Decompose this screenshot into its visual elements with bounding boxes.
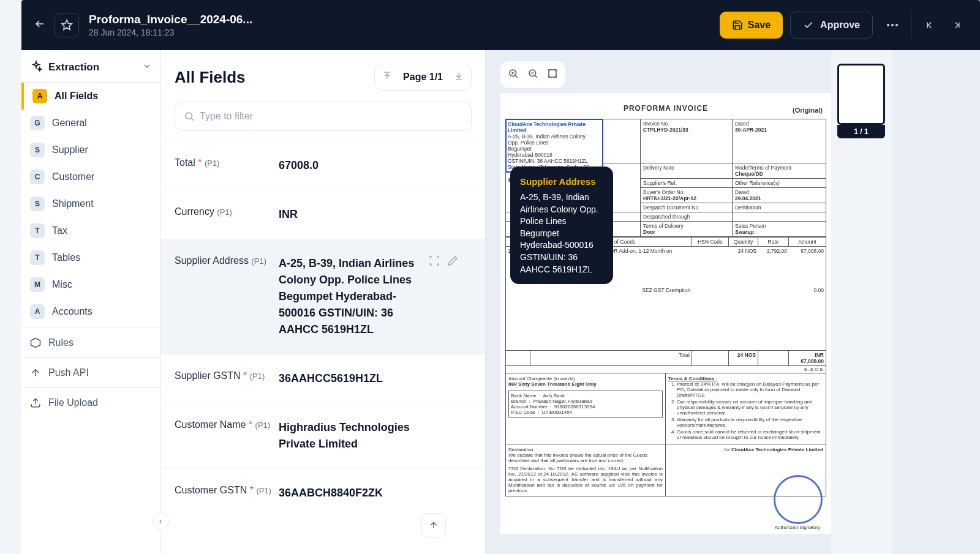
prev-doc-button[interactable] xyxy=(916,12,943,39)
edit-icon[interactable] xyxy=(447,255,458,269)
next-doc-button[interactable] xyxy=(943,12,970,39)
invoice-page[interactable]: PROFORMA INVOICE (Original) CloudAce Tec… xyxy=(500,93,831,534)
save-button[interactable]: Save xyxy=(720,12,783,39)
svg-rect-22 xyxy=(549,70,556,77)
field-row[interactable]: Customer GSTN * (P1)36AABCH8840F2ZK xyxy=(161,468,485,517)
back-button[interactable] xyxy=(31,18,48,33)
field-row[interactable]: Supplier Address (P1)A-25, B-39, Indian … xyxy=(161,239,485,354)
field-tooltip: Supplier Address A-25, B-39, Indian Airl… xyxy=(510,167,613,284)
zoom-in-icon[interactable] xyxy=(508,68,519,81)
scroll-to-top-button[interactable] xyxy=(421,513,446,537)
document-viewer: PROFORMA INVOICE (Original) CloudAce Tec… xyxy=(486,50,980,554)
page-navigator: Page 1/1 xyxy=(374,64,472,91)
left-sidebar: Extraction AAll FieldsGGeneralSSupplierC… xyxy=(21,50,161,554)
chevron-down-icon xyxy=(142,61,152,73)
page-down-icon[interactable] xyxy=(454,71,464,83)
top-bar: Proforma_Invoice__2024-06... 28 Jun 2024… xyxy=(21,0,980,50)
filter-box[interactable] xyxy=(175,102,472,131)
company-stamp xyxy=(774,475,823,524)
svg-marker-6 xyxy=(31,339,40,348)
sidebar-item-customer[interactable]: CCustomer xyxy=(21,163,160,190)
original-marker: (Original) xyxy=(793,107,823,114)
sidebar-item-tax[interactable]: TTax xyxy=(21,217,160,244)
fit-screen-icon[interactable] xyxy=(547,68,558,81)
sidebar-item-tables[interactable]: TTables xyxy=(21,244,160,271)
rules-link[interactable]: Rules xyxy=(21,331,160,355)
sidebar-item-general[interactable]: GGeneral xyxy=(21,110,160,137)
sidebar-item-all-fields[interactable]: AAll Fields xyxy=(21,83,160,110)
locate-icon[interactable] xyxy=(429,255,440,269)
filter-input[interactable] xyxy=(200,111,462,122)
push-api-link[interactable]: Push API xyxy=(21,361,160,385)
sidebar-item-supplier[interactable]: SSupplier xyxy=(21,137,160,163)
field-row[interactable]: Customer Name * (P1)Highradius Technolog… xyxy=(161,403,485,468)
approve-button[interactable]: Approve xyxy=(790,12,873,39)
svg-marker-0 xyxy=(62,20,72,30)
supplier-highlight-box: CloudAce Technologies Private Limited A-… xyxy=(505,119,603,173)
favorite-button[interactable] xyxy=(55,13,79,37)
extraction-header[interactable]: Extraction xyxy=(21,50,160,83)
sidebar-item-misc[interactable]: MMisc xyxy=(21,271,160,298)
svg-point-12 xyxy=(186,113,192,119)
app-body: Extraction AAll FieldsGGeneralSSupplierC… xyxy=(21,50,980,554)
field-row[interactable]: Supplier GSTN * (P1)36AAHCC5619H1ZL xyxy=(161,354,485,403)
svg-line-13 xyxy=(191,118,193,120)
sidebar-item-shipment[interactable]: SShipment xyxy=(21,190,160,217)
zoom-out-icon[interactable] xyxy=(527,68,538,81)
sidebar-item-accounts[interactable]: AAccounts xyxy=(21,298,160,325)
thumbnail-rail: 1 / 1 xyxy=(831,50,892,554)
svg-line-18 xyxy=(515,75,517,77)
document-timestamp: 28 Jun 2024, 18:11:23 xyxy=(89,28,720,37)
file-upload-link[interactable]: File Upload xyxy=(21,391,160,415)
title-block: Proforma_Invoice__2024-06... 28 Jun 2024… xyxy=(85,13,720,37)
extraction-label: Extraction xyxy=(48,61,142,73)
field-row[interactable]: Currency (P1)INR xyxy=(161,190,485,239)
thumbnail-label: 1 / 1 xyxy=(837,125,885,138)
more-menu-button[interactable] xyxy=(879,12,906,39)
collapse-sidebar-button[interactable]: ‹ xyxy=(152,512,169,530)
fields-title: All Fields xyxy=(175,68,374,87)
search-icon xyxy=(184,111,195,122)
document-title: Proforma_Invoice__2024-06... xyxy=(89,13,720,26)
page-thumbnail[interactable] xyxy=(837,64,885,125)
svg-point-2 xyxy=(891,24,894,26)
page-indicator: Page 1/1 xyxy=(403,72,443,83)
svg-point-1 xyxy=(887,24,889,26)
svg-line-21 xyxy=(535,75,537,77)
fields-panel: All Fields Page 1/1 Total * (P1)67008.0C… xyxy=(161,50,486,554)
page-up-icon[interactable] xyxy=(382,71,392,83)
svg-point-3 xyxy=(895,24,898,26)
sparkle-icon xyxy=(30,60,42,75)
field-row[interactable]: Total * (P1)67008.0 xyxy=(161,141,485,190)
auth-signatory-label: Authorized Signatory xyxy=(775,525,820,530)
invoice-heading: PROFORMA INVOICE xyxy=(505,104,826,113)
viewer-toolbar xyxy=(500,61,565,88)
